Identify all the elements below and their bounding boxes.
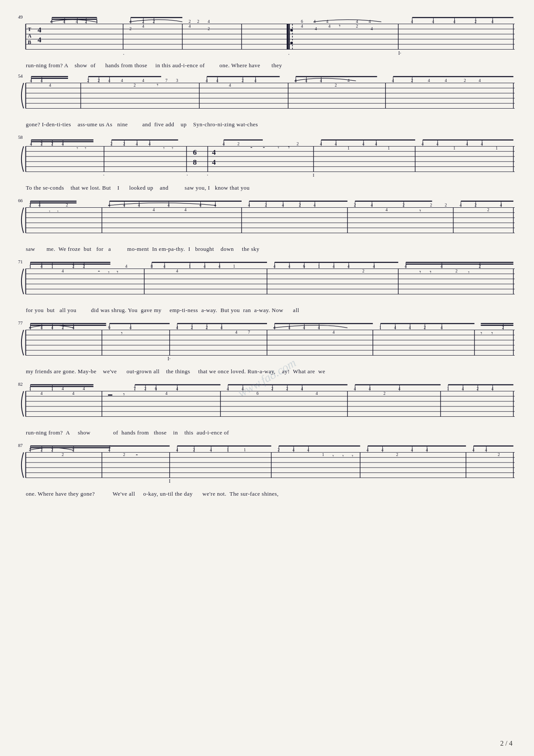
svg-text:4: 4 xyxy=(165,391,168,396)
svg-text:𝄾: 𝄾 xyxy=(419,209,421,212)
svg-text:4: 4 xyxy=(153,207,155,212)
svg-text:4: 4 xyxy=(83,386,85,391)
svg-text:4: 4 xyxy=(369,19,371,24)
svg-text:𝄾: 𝄾 xyxy=(117,271,118,273)
tab-staff-svg-49: 49 T A B 4 4 4 4 4 2 4 xyxy=(17,13,517,60)
tab-staff-svg-66: 66 2 4 𝄾 𝄾 2 4 4 4 4 xyxy=(17,197,517,244)
svg-text:B: B xyxy=(28,39,31,45)
staff-system-58: 58 4 2 2 4 𝄾 𝄾 2 xyxy=(17,133,517,192)
svg-text:1: 1 xyxy=(244,447,246,452)
svg-text:2: 2 xyxy=(62,452,64,457)
svg-text:𝄼: 𝄼 xyxy=(98,271,100,272)
svg-text:𝄾: 𝄾 xyxy=(430,271,432,273)
staff-system-87: 87 7 2 2 2 2 4 2 xyxy=(17,441,517,498)
svg-text:6: 6 xyxy=(193,148,197,156)
svg-text:4: 4 xyxy=(142,78,144,83)
svg-text:4: 4 xyxy=(72,391,75,396)
lyrics-87: one. Where have they gone? We've all o-k… xyxy=(26,490,517,498)
svg-text:6: 6 xyxy=(301,19,303,24)
svg-text:𝄾: 𝄾 xyxy=(163,147,165,150)
svg-text:𝄾: 𝄾 xyxy=(85,147,86,150)
staff-system-54: 54 4 4 4 2 2 4 4 xyxy=(17,72,517,129)
staff-system-66: 66 2 4 𝄾 𝄾 2 4 4 4 4 xyxy=(17,197,517,253)
svg-text:1: 1 xyxy=(233,264,235,269)
svg-text:𝄾: 𝄾 xyxy=(278,147,279,149)
svg-text:87: 87 xyxy=(18,443,23,448)
svg-text:58: 58 xyxy=(18,134,23,140)
staff-system-71: 71 1 4 1 4 2 2 𝄼 𝄾 xyxy=(17,258,517,315)
svg-text:4: 4 xyxy=(235,330,237,334)
svg-text:4: 4 xyxy=(445,78,447,83)
svg-text:·: · xyxy=(186,172,188,178)
svg-text:1: 1 xyxy=(453,146,456,150)
svg-text:2: 2 xyxy=(383,391,385,396)
svg-text:𝄾: 𝄾 xyxy=(57,210,59,212)
svg-text:·: · xyxy=(103,172,105,178)
tab-staff-svg-77: 77 4 4 4 2 4 6 𝄾 xyxy=(17,319,517,366)
svg-text:1: 1 xyxy=(388,146,390,150)
svg-point-56 xyxy=(290,42,293,44)
svg-text:77: 77 xyxy=(18,320,23,325)
svg-text:2: 2 xyxy=(335,83,337,87)
svg-text:4: 4 xyxy=(301,24,303,28)
staff-system-49: 49 T A B 4 4 4 4 4 2 4 xyxy=(17,13,517,70)
svg-text:4: 4 xyxy=(332,330,335,334)
svg-text:I: I xyxy=(313,172,314,178)
svg-text:6: 6 xyxy=(256,391,258,396)
svg-text:4: 4 xyxy=(326,19,329,24)
svg-text:4: 4 xyxy=(121,78,123,83)
lyrics-49: run-ning from? A show of hands from thos… xyxy=(26,62,517,70)
svg-text:4: 4 xyxy=(37,35,41,44)
svg-text:2: 2 xyxy=(189,19,191,24)
svg-point-55 xyxy=(290,29,293,31)
svg-text:2: 2 xyxy=(362,269,364,273)
svg-text:𝄾: 𝄾 xyxy=(342,455,344,457)
svg-text:2: 2 xyxy=(208,26,210,31)
svg-text:𝄾: 𝄾 xyxy=(108,271,109,274)
svg-text:𝄾: 𝄾 xyxy=(419,271,421,273)
svg-text:4: 4 xyxy=(37,25,41,34)
tab-staff-svg-82: 82 1 4 1 4 4 4 ━ 𝄾 7 xyxy=(17,380,517,428)
svg-text:2: 2 xyxy=(487,207,489,212)
svg-text:4: 4 xyxy=(184,207,186,212)
svg-text:.: . xyxy=(288,50,289,56)
tab-staff-svg-87: 87 7 2 2 2 2 4 2 xyxy=(17,441,517,489)
svg-text:4: 4 xyxy=(62,269,64,273)
svg-text:3: 3 xyxy=(176,78,178,83)
svg-text:2: 2 xyxy=(396,452,398,457)
lyrics-66: saw me. We froze but for a mo-ment In em… xyxy=(26,246,517,253)
svg-text:4: 4 xyxy=(176,269,178,273)
svg-text:4: 4 xyxy=(329,24,331,28)
svg-text:1: 1 xyxy=(496,146,498,150)
svg-text:T: T xyxy=(28,26,31,32)
svg-text:2: 2 xyxy=(430,203,432,207)
svg-text:2: 2 xyxy=(356,24,358,28)
svg-text:𝄾: 𝄾 xyxy=(468,271,469,274)
svg-text:4: 4 xyxy=(428,78,430,83)
svg-text:𝄾: 𝄾 xyxy=(481,332,482,334)
svg-text:71: 71 xyxy=(18,259,23,264)
lyrics-71: for you but all you did was shrug. You g… xyxy=(26,307,517,315)
svg-text:𝄾: 𝄾 xyxy=(123,393,125,396)
svg-text:𝄾: 𝄾 xyxy=(121,332,123,334)
svg-text:2: 2 xyxy=(134,83,136,87)
svg-text:2: 2 xyxy=(123,452,125,457)
svg-text:4: 4 xyxy=(314,19,316,24)
svg-text:𝄾: 𝄾 xyxy=(77,147,78,150)
svg-text:4: 4 xyxy=(49,83,51,87)
svg-text:𝄼: 𝄼 xyxy=(250,147,253,148)
svg-text:━: ━ xyxy=(108,391,112,399)
svg-text:2: 2 xyxy=(445,203,447,207)
svg-text:2: 2 xyxy=(297,141,299,146)
svg-text:I·: I· xyxy=(168,356,171,362)
svg-text:49: 49 xyxy=(18,14,23,19)
svg-text:2: 2 xyxy=(455,269,457,273)
svg-text:4: 4 xyxy=(40,391,43,396)
svg-text:2: 2 xyxy=(498,452,500,457)
svg-text:𝄼: 𝄼 xyxy=(136,454,138,456)
page-number: 2 / 4 xyxy=(500,740,512,747)
svg-text:·: · xyxy=(207,172,208,178)
lyrics-77: my friends are gone. May-be we've out-gr… xyxy=(26,368,517,376)
svg-text:54: 54 xyxy=(18,73,23,78)
tab-staff-svg-71: 71 1 4 1 4 2 2 𝄼 𝄾 xyxy=(17,258,517,305)
